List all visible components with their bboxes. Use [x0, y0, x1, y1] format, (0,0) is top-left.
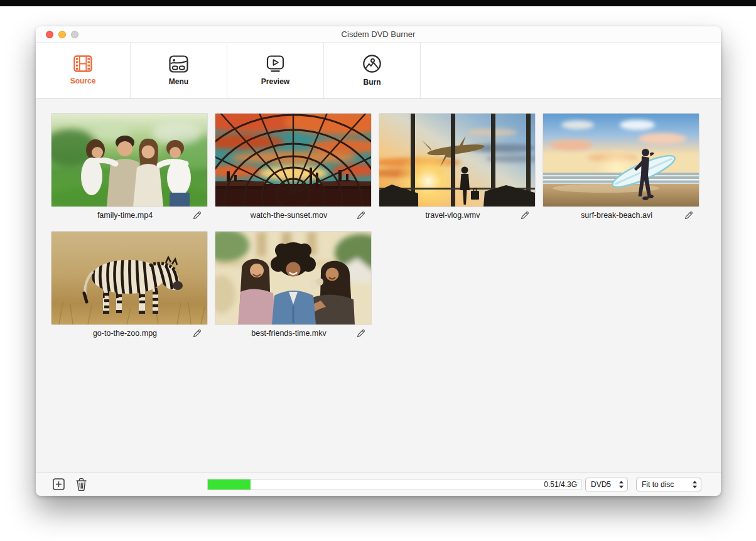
- source-file-grid: family-time.mp4: [36, 99, 721, 472]
- fit-mode-value: Fit to disc: [642, 480, 688, 489]
- file-name: go-to-the-zoo.mpg: [93, 329, 166, 338]
- file-name: surf-break-beach.avi: [581, 211, 661, 220]
- toolbar: Source Menu Pr: [36, 43, 721, 99]
- fit-mode-select[interactable]: Fit to disc: [636, 478, 701, 491]
- video-thumbnail-zebra[interactable]: [51, 232, 207, 324]
- title-bar: Cisdem DVD Burner: [36, 26, 721, 43]
- toolbar-spacer: [421, 43, 721, 98]
- filmstrip-icon: [73, 55, 92, 72]
- tab-preview[interactable]: Preview: [227, 43, 324, 98]
- rename-pencil-icon[interactable]: [520, 210, 530, 220]
- tab-menu[interactable]: Menu: [131, 43, 227, 98]
- progress-fill: [208, 479, 251, 490]
- capacity-progress-bar: 0.51/4.3G: [207, 479, 581, 490]
- status-bar: 0.51/4.3G DVD5 Fit to disc: [36, 472, 721, 496]
- menu-template-icon: [169, 55, 188, 73]
- tab-menu-label: Menu: [169, 77, 188, 86]
- screen-top-bar: [0, 0, 756, 6]
- video-item: family-time.mp4: [51, 114, 207, 223]
- video-item: go-to-the-zoo.mpg: [51, 232, 207, 341]
- rename-pencil-icon[interactable]: [356, 210, 366, 220]
- play-preview-icon: [266, 55, 285, 73]
- video-item: surf-break-beach.avi: [543, 114, 699, 223]
- video-item: watch-the-sunset.mov: [215, 114, 371, 223]
- rename-pencil-icon[interactable]: [192, 328, 202, 338]
- file-name: best-friends-time.mkv: [251, 329, 335, 338]
- stepper-arrows-icon: [618, 480, 624, 489]
- video-thumbnail-travel[interactable]: [379, 114, 535, 206]
- disc-type-value: DVD5: [591, 480, 615, 489]
- file-name: watch-the-sunset.mov: [251, 211, 336, 220]
- file-name: family-time.mp4: [97, 211, 161, 220]
- app-window: Cisdem DVD Burner: [36, 26, 721, 496]
- delete-file-button[interactable]: [75, 478, 87, 491]
- tab-source[interactable]: Source: [36, 43, 131, 98]
- tab-preview-label: Preview: [261, 77, 289, 86]
- tab-burn[interactable]: Burn: [324, 43, 421, 98]
- video-thumbnail-sunset[interactable]: [215, 114, 371, 206]
- file-name: travel-vlog.wmv: [426, 211, 489, 220]
- tab-source-label: Source: [70, 77, 96, 85]
- rename-pencil-icon[interactable]: [356, 328, 366, 338]
- video-item: travel-vlog.wmv: [379, 114, 535, 223]
- video-thumbnail-surf[interactable]: [543, 114, 699, 206]
- tab-burn-label: Burn: [364, 78, 381, 87]
- window-title: Cisdem DVD Burner: [36, 29, 721, 39]
- video-thumbnail-family[interactable]: [51, 114, 207, 206]
- rename-pencil-icon[interactable]: [684, 210, 694, 220]
- add-file-button[interactable]: [53, 478, 65, 490]
- disc-type-select[interactable]: DVD5: [585, 478, 628, 491]
- rename-pencil-icon[interactable]: [192, 210, 202, 220]
- capacity-label: 0.51/4.3G: [544, 479, 577, 490]
- video-thumbnail-friends[interactable]: [215, 232, 371, 324]
- stepper-arrows-icon: [692, 480, 698, 489]
- video-item: best-friends-time.mkv: [215, 232, 371, 341]
- burn-disc-icon: [362, 54, 382, 73]
